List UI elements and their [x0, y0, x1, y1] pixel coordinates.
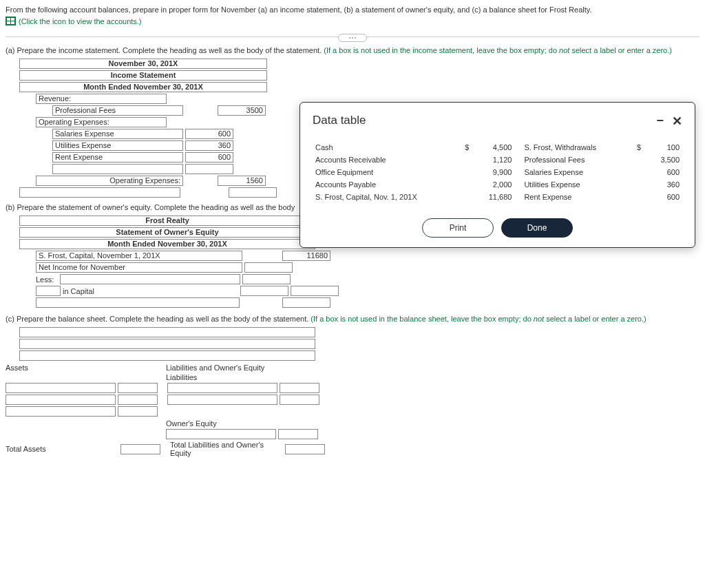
c-oe-label-1[interactable]	[166, 429, 276, 439]
section-b-prompt: (b) Prepare the statement of owner's equ…	[6, 203, 295, 211]
data-table: Cash$4,500S. Frost, Withdrawals$100Accou…	[313, 141, 682, 203]
b-capbegin-val[interactable]: 11680	[282, 251, 330, 261]
c-liab-label-2[interactable]	[167, 395, 277, 405]
a-opex-label[interactable]: Operating Expenses:	[36, 117, 167, 127]
c-asset-val-3[interactable]	[118, 406, 158, 417]
a-opex-total-label[interactable]: Operating Expenses:	[36, 176, 183, 186]
a-proffees-val[interactable]: 3500	[218, 105, 266, 116]
a-salaries-val[interactable]: 600	[185, 129, 233, 139]
c-liab-val-2[interactable]	[280, 395, 319, 405]
a-salaries-label[interactable]: Salaries Expense	[52, 129, 183, 139]
c-total-assets-val[interactable]	[120, 444, 160, 454]
b-incap-prefix[interactable]	[36, 286, 61, 296]
c-assets-header: Assets	[6, 364, 164, 372]
c-oe-val-1[interactable]	[278, 429, 318, 439]
section-c-hint: (If a box is not used in the balance she…	[311, 315, 646, 323]
view-accounts-link[interactable]: (Click the icon to view the accounts.)	[6, 17, 142, 25]
c-liaboe-header: Liabilities and Owner's Equity	[166, 364, 264, 372]
c-liab-header: Liabilities	[166, 373, 197, 381]
c-head-1[interactable]	[19, 327, 315, 337]
b-netinc-val[interactable]	[244, 262, 293, 273]
table-row: Accounts Receivable1,120Professional Fee…	[313, 154, 682, 166]
c-total-assets-label: Total Assets	[6, 445, 118, 453]
c-total-liaboe-val[interactable]	[285, 444, 325, 454]
c-oe-header: Owner's Equity	[166, 419, 217, 428]
a-blank-val[interactable]	[185, 164, 233, 174]
c-asset-label-2[interactable]	[6, 395, 116, 405]
a-rent-val[interactable]: 600	[185, 152, 233, 162]
problem-intro: From the following account balances, pre…	[6, 6, 699, 14]
section-c-prompt: (c) Prepare the balance sheet. Complete …	[6, 315, 308, 323]
b-capbegin-label[interactable]: S. Frost, Capital, November 1, 201X	[36, 251, 242, 261]
a-head-3[interactable]: Month Ended November 30, 201X	[19, 82, 267, 92]
c-asset-val-1[interactable]	[118, 383, 158, 393]
b-incap-val1[interactable]	[240, 286, 288, 296]
data-table-modal: Data table − ✕ Cash$4,500S. Frost, Withd…	[299, 102, 695, 248]
section-a-hint: (If a box is not used in the income stat…	[324, 46, 672, 54]
b-head-3[interactable]: Month Ended November 30, 201X	[19, 239, 315, 249]
b-incap-label: in Capital	[63, 287, 94, 295]
table-icon	[6, 17, 16, 25]
table-row: Office Equipment9,900Salaries Expense600	[313, 166, 682, 178]
a-head-1[interactable]: November 30, 201X	[19, 59, 267, 69]
a-revenue-label[interactable]: Revenue:	[36, 94, 167, 104]
a-proffees-label[interactable]: Professional Fees	[52, 105, 183, 116]
section-a-prompt: (a) Prepare the income statement. Comple…	[6, 46, 322, 54]
c-total-liaboe-label: Total Liabilities and Owner's Equity	[170, 441, 283, 457]
a-utilities-label[interactable]: Utilities Expense	[52, 140, 183, 151]
b-head-2[interactable]: Statement of Owner's Equity	[19, 227, 315, 238]
c-head-2[interactable]	[19, 339, 315, 349]
c-liab-label-1[interactable]	[167, 383, 277, 393]
minimize-icon[interactable]: −	[656, 114, 664, 129]
c-liab-val-1[interactable]	[280, 383, 319, 393]
a-head-2[interactable]: Income Statement	[19, 70, 267, 81]
b-less-label: Less:	[36, 275, 58, 284]
b-less-val[interactable]	[242, 274, 291, 284]
a-last-val[interactable]	[229, 187, 277, 198]
a-utilities-val[interactable]: 360	[185, 140, 233, 151]
a-last-label[interactable]	[19, 187, 180, 198]
table-row: S. Frost, Capital, Nov. 1, 201X11,680Ren…	[313, 191, 682, 203]
b-incap-val2[interactable]	[291, 286, 339, 296]
close-icon[interactable]: ✕	[672, 114, 682, 129]
view-accounts-label: (Click the icon to view the accounts.)	[19, 17, 142, 25]
c-asset-label-3[interactable]	[6, 406, 116, 417]
b-less-field[interactable]	[60, 274, 240, 284]
c-head-3[interactable]	[19, 350, 315, 361]
drag-handle[interactable]	[338, 34, 367, 42]
c-asset-val-2[interactable]	[118, 395, 158, 405]
c-asset-label-1[interactable]	[6, 383, 116, 393]
table-row: Cash$4,500S. Frost, Withdrawals$100	[313, 141, 682, 154]
a-blank-label[interactable]	[52, 164, 183, 174]
b-netinc-label[interactable]: Net Income for November	[36, 262, 242, 273]
b-final-val[interactable]	[282, 297, 330, 308]
done-button[interactable]: Done	[501, 218, 573, 238]
a-rent-label[interactable]: Rent Expense	[52, 152, 183, 162]
print-button[interactable]: Print	[422, 218, 494, 238]
b-head-1[interactable]: Frost Realty	[19, 216, 315, 226]
a-opex-total-val[interactable]: 1560	[218, 176, 266, 186]
table-row: Accounts Payable2,000Utilities Expense36…	[313, 178, 682, 191]
modal-title: Data table	[313, 114, 366, 127]
b-final-label[interactable]	[36, 297, 240, 308]
